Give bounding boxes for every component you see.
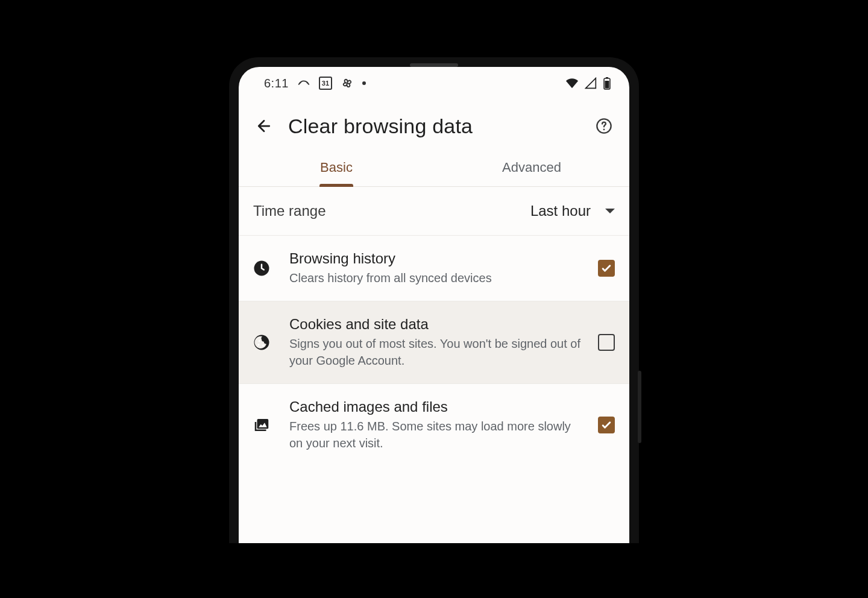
option-text: Cached images and files Frees up 11.6 MB… [289,398,581,452]
help-button[interactable] [591,113,617,139]
tab-basic[interactable]: Basic [239,150,434,186]
calendar-day-label: 31 [320,78,331,89]
option-title: Browsing history [289,250,581,267]
option-cookies[interactable]: Cookies and site data Signs you out of m… [239,301,629,384]
help-icon [596,118,612,134]
status-time: 6:11 [264,77,289,90]
pinwheel-icon [341,77,354,90]
time-range-label: Time range [253,203,326,219]
battery-icon [603,77,611,90]
svg-point-8 [262,344,264,346]
option-text: Cookies and site data Signs you out of m… [289,316,581,369]
cell-signal-icon [585,77,597,89]
app-bar: Clear browsing data [239,99,629,150]
svg-rect-2 [605,81,609,89]
arrow-left-icon [255,117,273,135]
option-description: Signs you out of most sites. You won't b… [289,335,581,369]
time-range-selector[interactable]: Time range Last hour [239,187,629,236]
chevron-down-icon [605,209,615,213]
svg-point-7 [257,344,259,345]
back-button[interactable] [251,113,277,139]
checkbox-cookies[interactable] [598,334,615,351]
phone-side-button [638,371,641,443]
time-range-value-wrap: Last hour [530,203,615,219]
svg-point-4 [603,128,605,130]
option-description: Clears history from all synced devices [289,269,581,286]
status-right-group [565,77,611,90]
option-cache[interactable]: Cached images and files Frees up 11.6 MB… [239,384,629,466]
svg-rect-1 [606,77,608,78]
phone-screen: 6:11 31 [239,67,629,543]
svg-point-6 [259,340,260,342]
tab-advanced[interactable]: Advanced [434,150,629,186]
option-text: Browsing history Clears history from all… [289,250,581,286]
more-notifications-dot-icon [362,81,366,85]
option-title: Cookies and site data [289,316,581,333]
page-title: Clear browsing data [288,115,580,138]
time-range-value: Last hour [530,203,591,219]
phone-notch [410,63,458,67]
wifi-icon [565,77,579,90]
images-icon [251,416,272,434]
option-browsing-history[interactable]: Browsing history Clears history from all… [239,236,629,301]
option-title: Cached images and files [289,398,581,415]
missed-call-icon [297,77,310,90]
calendar-icon: 31 [319,77,332,90]
checkbox-browsing-history[interactable] [598,260,615,277]
cookie-icon [251,333,272,351]
checkbox-cache[interactable] [598,417,615,433]
svg-rect-9 [257,419,269,429]
check-icon [600,419,612,431]
clock-icon [251,259,272,277]
status-bar: 6:11 31 [239,67,629,99]
check-icon [600,262,612,274]
tabs: Basic Advanced [239,150,629,187]
option-description: Frees up 11.6 MB. Some sites may load mo… [289,418,581,452]
phone-frame: 6:11 31 [229,57,639,543]
status-left-group: 6:11 31 [264,77,366,90]
